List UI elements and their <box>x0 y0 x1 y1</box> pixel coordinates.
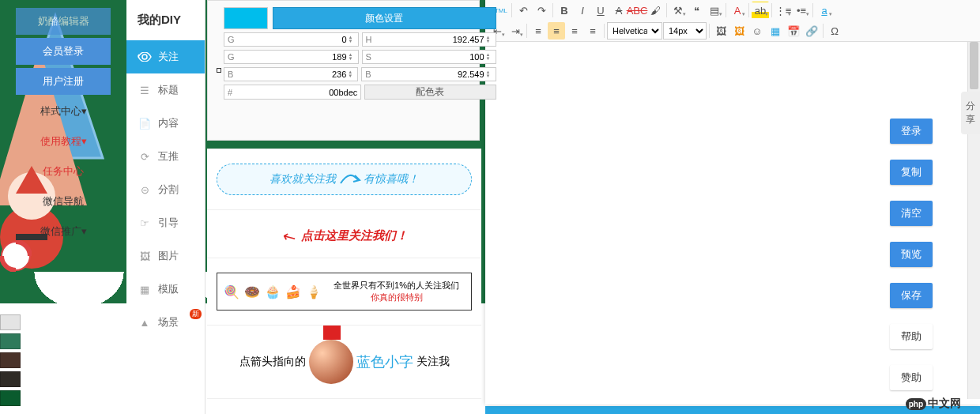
nav-tutorial[interactable]: 使用教程▾ <box>16 128 111 155</box>
diy-item-label: 模版 <box>158 282 179 296</box>
template-item-4[interactable]: 点箭头指向的 蓝色小字 关注我 <box>207 326 481 399</box>
insert-multi-image-button[interactable]: 🖼 <box>730 22 748 40</box>
italic-button[interactable]: I <box>574 2 591 19</box>
align-left-button[interactable]: ≡ <box>530 22 547 40</box>
template-item-1[interactable]: 喜欢就关注我 有惊喜哦！ <box>207 149 481 210</box>
diy-title: 我的DIY <box>126 0 205 40</box>
highlight-button[interactable]: ab▾ <box>752 2 769 19</box>
diy-item-guide[interactable]: ☞ 引导 <box>126 206 205 239</box>
diy-item-template[interactable]: ▦ 模版 <box>126 273 205 306</box>
nav-member-login[interactable]: 会员登录 <box>16 38 111 65</box>
diy-item-label: 场景 <box>158 315 179 329</box>
template-item-3[interactable]: 🍭🍩🧁🍰🍦 全世界只有不到1%的人关注我们 你真的很特别 <box>207 258 481 326</box>
copy-button[interactable]: 复制 <box>890 160 933 185</box>
strike2-button[interactable]: ABC <box>628 2 646 19</box>
diy-item-divider[interactable]: ⊝ 分割 <box>126 173 205 206</box>
swatch-3[interactable] <box>0 352 21 368</box>
diy-item-image[interactable]: 🖼 图片 <box>126 239 205 273</box>
sponsor-button[interactable]: 赞助 <box>890 365 933 390</box>
format-brush-button[interactable]: 🖌 <box>646 2 664 19</box>
site-title: 奶酪编辑器 <box>16 8 111 35</box>
template-list[interactable]: 喜欢就关注我 有惊喜哦！ ↖ 点击这里关注我们！ 🍭🍩🧁🍰🍦 全世界只有不到1%… <box>207 149 481 414</box>
template-item-2[interactable]: ↖ 点击这里关注我们！ <box>207 210 481 258</box>
diy-item-scene[interactable]: ▲ 场景 新 <box>126 306 205 339</box>
arrow-curve-icon <box>339 172 361 186</box>
link-style-button[interactable]: a▾ <box>816 2 833 19</box>
editor-toolbar: HTML ↶ ↷ B I U A ABC 🖌 ⚒▾ ❝ ▤▾ A▾ ab▾ ⋮≡… <box>485 0 980 42</box>
align-right-button[interactable]: ≡ <box>566 22 583 40</box>
b-field[interactable]: B▲▼ <box>224 67 358 81</box>
quote-button[interactable]: ❝ <box>688 2 705 19</box>
palette-button[interactable]: 配色表 <box>364 85 496 100</box>
content-icon: 📄 <box>138 116 152 130</box>
strike-button[interactable]: A <box>610 2 628 19</box>
font-family-select[interactable]: Helvetica Neue <box>607 22 662 40</box>
diy-item-label: 内容 <box>158 116 179 130</box>
nav-user-register[interactable]: 用户注册 <box>16 68 111 95</box>
swatch-4[interactable] <box>0 371 21 387</box>
bold-button[interactable]: B <box>556 2 573 19</box>
format-button[interactable]: ⚒▾ <box>669 2 687 19</box>
insert-image-button[interactable]: 🖼 <box>712 22 729 40</box>
underline-button[interactable]: U <box>592 2 609 19</box>
diy-item-follow[interactable]: 关注 <box>126 40 205 73</box>
align-justify-button[interactable]: ≡ <box>584 22 601 40</box>
help-button[interactable]: 帮助 <box>890 324 933 349</box>
b2-input[interactable] <box>375 70 484 79</box>
nav-wechat-nav[interactable]: 微信导航 <box>16 188 111 215</box>
color-preview <box>224 7 268 29</box>
diy-item-mutual[interactable]: ⟳ 互推 <box>126 140 205 173</box>
diy-item-content[interactable]: 📄 内容 <box>126 107 205 140</box>
unordered-list-button[interactable]: •≡▾ <box>793 2 810 19</box>
image-icon: 🖼 <box>138 249 152 263</box>
ordered-list-button[interactable]: ⋮≡▾ <box>775 2 792 19</box>
save-button[interactable]: 保存 <box>890 283 933 308</box>
insert-date-button[interactable]: 📅 <box>785 22 802 40</box>
logo-text: 中文网 <box>928 397 961 411</box>
diy-item-label: 分割 <box>158 183 179 197</box>
indent-button[interactable]: ⇥▾ <box>507 22 524 40</box>
g2-field[interactable]: G▲▼ <box>224 50 359 64</box>
swatch-1[interactable] <box>0 314 21 330</box>
diy-item-label: 互推 <box>158 149 179 164</box>
align-center-button[interactable]: ≡ <box>548 22 565 40</box>
h-field[interactable]: H▲▼ <box>362 32 496 47</box>
font-size-select[interactable]: 14px <box>663 22 707 40</box>
hex-input[interactable] <box>236 88 357 97</box>
share-tab[interactable]: 分享 <box>961 92 980 134</box>
hex-field[interactable]: # <box>224 85 361 100</box>
template-item-5[interactable] <box>207 399 481 414</box>
special-char-button[interactable]: Ω <box>826 22 843 40</box>
doodle-icons: 🍭🍩🧁🍰🍦 <box>224 284 322 299</box>
b-input[interactable] <box>236 70 346 79</box>
g2-input[interactable] <box>238 52 347 62</box>
preview-button[interactable]: 预览 <box>890 242 933 267</box>
g-input[interactable] <box>238 35 347 44</box>
format-panel-button[interactable]: ▤▾ <box>706 2 723 19</box>
insert-link-button[interactable]: 🔗 <box>803 22 820 40</box>
insert-video-button[interactable]: ▦ <box>767 22 784 40</box>
emoji-button[interactable]: ☺ <box>748 22 766 40</box>
redo-button[interactable]: ↷ <box>533 2 550 19</box>
site-logo[interactable]: php 中文网 <box>906 397 961 411</box>
title-icon: ☰ <box>138 83 152 97</box>
color-settings-button[interactable]: 颜色设置 <box>273 7 496 29</box>
s-input[interactable] <box>375 52 484 62</box>
s-field[interactable]: S▲▼ <box>362 50 496 64</box>
arrow-icon: ↖ <box>278 225 300 248</box>
nav-task-center[interactable]: 任务中心 <box>16 158 111 185</box>
g-field[interactable]: G▲▼ <box>224 32 359 47</box>
undo-button[interactable]: ↶ <box>514 2 532 19</box>
diy-item-title[interactable]: ☰ 标题 <box>126 73 205 107</box>
nav-style-center[interactable]: 样式中心▾ <box>16 98 111 125</box>
login-button[interactable]: 登录 <box>890 119 933 144</box>
b2-field[interactable]: B▲▼ <box>361 67 496 81</box>
cartoon-figure-icon <box>309 340 353 384</box>
nav-wechat-promo[interactable]: 微信推广▾ <box>16 218 111 245</box>
divider-icon: ⊝ <box>138 183 152 197</box>
clear-button[interactable]: 清空 <box>890 201 933 226</box>
h-input[interactable] <box>375 35 484 44</box>
swatch-5[interactable] <box>0 390 21 406</box>
font-color-button[interactable]: A▾ <box>729 2 746 19</box>
swatch-2[interactable] <box>0 333 21 349</box>
